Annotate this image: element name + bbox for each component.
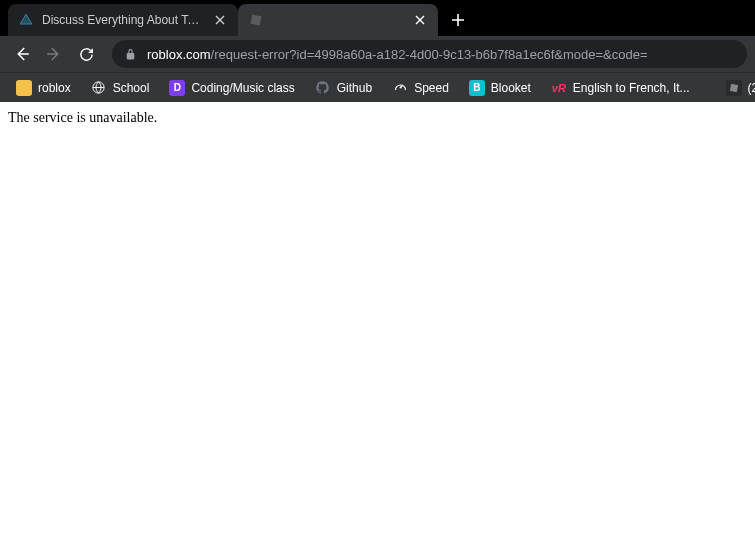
roblox-icon — [726, 80, 742, 96]
bookmark-roblox-folder[interactable]: roblox — [8, 76, 79, 100]
gauge-icon — [392, 80, 408, 96]
url-text: roblox.com/request-error?id=4998a60a-a18… — [147, 47, 647, 62]
error-message: The service is unavailable. — [8, 110, 157, 125]
new-tab-button[interactable] — [444, 6, 472, 34]
blooket-icon: B — [469, 80, 485, 96]
back-button[interactable] — [8, 40, 36, 68]
close-icon[interactable] — [412, 12, 428, 28]
address-bar[interactable]: roblox.com/request-error?id=4998a60a-a18… — [112, 40, 747, 68]
code-icon: D — [169, 80, 185, 96]
tab-active[interactable] — [238, 4, 438, 36]
toolbar: roblox.com/request-error?id=4998a60a-a18… — [0, 36, 755, 72]
bookmark-blooket[interactable]: B Blooket — [461, 76, 539, 100]
bookmark-coding[interactable]: D Coding/Music class — [161, 76, 302, 100]
folder-icon — [16, 80, 32, 96]
bookmark-school[interactable]: School — [83, 76, 158, 100]
bookmark-roblox-home[interactable]: (2) Home - Roblox — [718, 76, 755, 100]
translate-icon: vR — [551, 80, 567, 96]
bookmark-speed[interactable]: Speed — [384, 76, 457, 100]
forward-button[interactable] — [40, 40, 68, 68]
close-icon[interactable] — [212, 12, 228, 28]
url-path: /request-error?id=4998a60a-a182-4d00-9c1… — [211, 47, 648, 62]
tab-strip: Discuss Everything About Tower — [0, 0, 755, 36]
globe-icon — [91, 80, 107, 96]
bookmark-label: (2) Home - Roblox — [748, 81, 755, 95]
tab-favicon-roblox — [248, 12, 264, 28]
page-content: The service is unavailable. — [0, 102, 755, 134]
tab-inactive[interactable]: Discuss Everything About Tower — [8, 4, 238, 36]
bookmark-label: roblox — [38, 81, 71, 95]
svg-rect-0 — [251, 15, 262, 26]
bookmark-label: Speed — [414, 81, 449, 95]
bookmark-github[interactable]: Github — [307, 76, 380, 100]
bookmark-label: Github — [337, 81, 372, 95]
bookmark-label: Blooket — [491, 81, 531, 95]
lock-icon — [124, 48, 137, 61]
github-icon — [315, 80, 331, 96]
bookmark-label: Coding/Music class — [191, 81, 294, 95]
bookmarks-bar: roblox School D Coding/Music class Githu… — [0, 72, 755, 102]
tab-favicon-tower — [18, 12, 34, 28]
bookmark-label: English to French, It... — [573, 81, 690, 95]
tab-title: Discuss Everything About Tower — [42, 13, 204, 27]
svg-point-2 — [399, 87, 401, 89]
reload-button[interactable] — [72, 40, 100, 68]
svg-rect-3 — [729, 83, 737, 91]
url-domain: roblox.com — [147, 47, 211, 62]
bookmark-label: School — [113, 81, 150, 95]
bookmark-translate[interactable]: vR English to French, It... — [543, 76, 698, 100]
